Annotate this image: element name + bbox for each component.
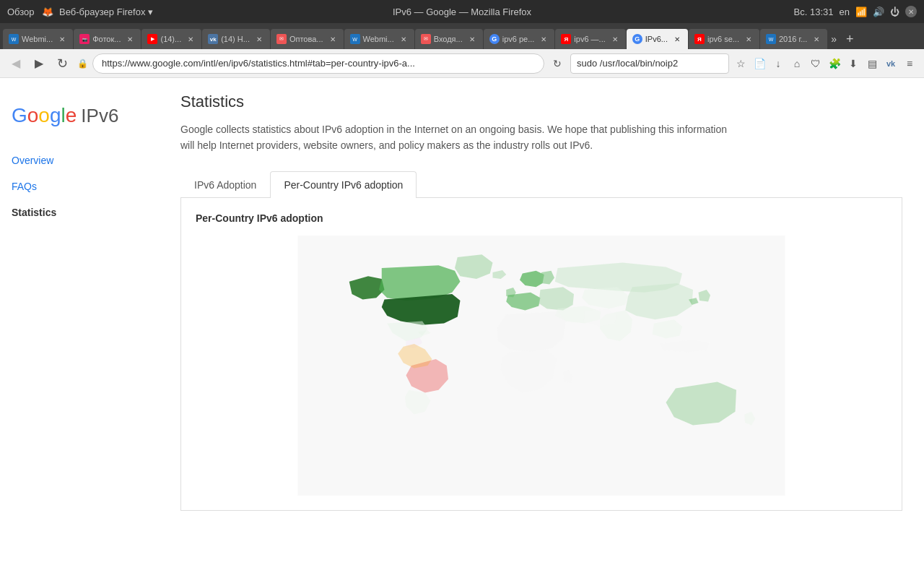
favicon-g1: G xyxy=(489,34,500,44)
tab-close-vk[interactable]: ✕ xyxy=(254,34,264,44)
tab-close-optova[interactable]: ✕ xyxy=(328,34,338,44)
tab-close-ipv6-active[interactable]: ✕ xyxy=(672,34,682,44)
tab-2016[interactable]: W 2016 г... ✕ xyxy=(760,29,827,49)
favicon-webmi1: W xyxy=(9,34,19,44)
main-content: Statistics Google collects statistics ab… xyxy=(159,78,924,578)
google-ipv6-logo: Google IPv6 xyxy=(12,92,147,133)
sidebar-button[interactable]: ▤ xyxy=(863,55,881,72)
nav-icon-group: ☆ 📄 ↓ ⌂ 🛡 🧩 ⬇ ▤ vk ≡ xyxy=(732,55,918,72)
page-container: Google IPv6 Overview FAQs Statistics Sta… xyxy=(0,78,924,578)
search-input[interactable] xyxy=(570,53,729,74)
datetime-label: Вс. 13:31 xyxy=(794,7,834,17)
tab-close-inbox[interactable]: ✕ xyxy=(467,34,477,44)
tab-close-yt[interactable]: ✕ xyxy=(186,34,196,44)
vk-button[interactable]: vk xyxy=(882,55,899,72)
extensions-button[interactable]: 🧩 xyxy=(826,55,843,72)
lock-icon: 🔒 xyxy=(75,56,90,71)
favicon-ya2: Я xyxy=(694,34,705,44)
page-title: Statistics xyxy=(180,92,902,111)
forward-button[interactable]: ▶ xyxy=(29,53,49,74)
tab-overflow-button[interactable]: » xyxy=(828,29,840,49)
tab-ipv6-adoption[interactable]: IPv6 Adoption xyxy=(180,171,270,198)
reload-url-button[interactable]: ↻ xyxy=(547,53,567,74)
title-bar: Обзор 🦊 Веб-браузер Firefox ▾ IPv6 — Goo… xyxy=(0,0,924,23)
tab-close-ipv6ya[interactable]: ✕ xyxy=(610,34,620,44)
favicon-wm3: W xyxy=(766,34,776,44)
favicon-mail2: ✉ xyxy=(421,34,431,44)
tab-ipv6se[interactable]: Я ipv6 se... ✕ xyxy=(689,29,759,49)
window-title: IPv6 — Google — Mozilla Firefox xyxy=(393,7,531,17)
power-icon: ⏻ xyxy=(890,7,899,17)
tab-close-2016[interactable]: ✕ xyxy=(811,34,821,44)
back-button[interactable]: ◀ xyxy=(6,53,26,74)
tab-close-ipv6re[interactable]: ✕ xyxy=(539,34,549,44)
tab-ipv6ya[interactable]: Я ipv6 —... ✕ xyxy=(555,29,625,49)
window-close-button[interactable]: ✕ xyxy=(905,6,917,17)
tab-webmi1[interactable]: W Webmi... ✕ xyxy=(3,29,73,49)
url-bar[interactable] xyxy=(92,53,544,74)
navigation-bar: ◀ ▶ ↻ 🔒 ↻ ☆ 📄 ↓ ⌂ 🛡 🧩 ⬇ ▤ vk ≡ xyxy=(0,49,924,78)
wifi-icon: 📶 xyxy=(855,7,867,17)
favicon-g2: G xyxy=(632,34,642,44)
tab-ipv6re[interactable]: G ipv6 ре... ✕ xyxy=(484,29,555,49)
content-panel: Per-Country IPv6 adoption xyxy=(180,198,902,511)
tab-vk[interactable]: vk (14) Н... ✕ xyxy=(202,29,270,49)
menu-button[interactable]: ≡ xyxy=(901,55,918,72)
os-label: Обзор 🦊 Веб-браузер Firefox ▾ xyxy=(7,7,153,17)
sidebar: Google IPv6 Overview FAQs Statistics xyxy=(0,78,159,578)
tab-bar: W Webmi... ✕ 📷 Фоток... ✕ ▶ (14)... ✕ vk… xyxy=(0,23,924,49)
page-description: Google collects statistics about IPv6 ad… xyxy=(180,121,744,154)
tab-close-fotok[interactable]: ✕ xyxy=(125,34,135,44)
reader-view-button[interactable]: 📄 xyxy=(751,55,768,72)
tab-webmi2[interactable]: W Webmi... ✕ xyxy=(344,29,414,49)
home-button[interactable]: ⌂ xyxy=(788,55,806,72)
favicon-webmi2: W xyxy=(350,34,360,44)
tab-optova[interactable]: ✉ Оптова... ✕ xyxy=(271,29,344,49)
favicon-mail1: ✉ xyxy=(276,34,287,44)
reload-button[interactable]: ↻ xyxy=(52,53,72,74)
favicon-vk: vk xyxy=(208,34,218,44)
sidebar-faqs-link[interactable]: FAQs xyxy=(12,181,147,192)
shield-button[interactable]: 🛡 xyxy=(807,55,824,72)
title-bar-controls: Вс. 13:31 en 📶 🔊 ⏻ ✕ xyxy=(794,6,917,17)
favicon-fotok: 📷 xyxy=(79,34,90,44)
world-map-svg xyxy=(196,236,887,496)
tab-per-country[interactable]: Per-Country IPv6 adoption xyxy=(270,171,417,198)
volume-icon: 🔊 xyxy=(873,7,884,17)
lang-selector[interactable]: en xyxy=(840,7,850,17)
tab-yt[interactable]: ▶ (14)... ✕ xyxy=(141,29,201,49)
sidebar-overview-link[interactable]: Overview xyxy=(12,155,147,166)
tab-fotok[interactable]: 📷 Фоток... ✕ xyxy=(74,29,141,49)
tab-close-webmi2[interactable]: ✕ xyxy=(398,34,409,44)
favicon-yt: ▶ xyxy=(147,34,157,44)
sidebar-statistics-active: Statistics xyxy=(12,207,147,218)
bookmark-star-button[interactable]: ☆ xyxy=(732,55,749,72)
world-map xyxy=(196,236,887,496)
download-button[interactable]: ↓ xyxy=(770,55,787,72)
panel-title: Per-Country IPv6 adoption xyxy=(196,212,887,224)
tab-inbox[interactable]: ✉ Входя... ✕ xyxy=(415,29,483,49)
tab-close-webmi1[interactable]: ✕ xyxy=(57,34,67,44)
tab-close-ipv6se[interactable]: ✕ xyxy=(744,34,754,44)
tab-ipv6-active[interactable]: G IPv6... ✕ xyxy=(627,29,688,49)
update-button[interactable]: ⬇ xyxy=(845,55,862,72)
new-tab-button[interactable]: + xyxy=(840,29,860,49)
content-tabs: IPv6 Adoption Per-Country IPv6 adoption xyxy=(180,171,902,198)
favicon-ya1: Я xyxy=(561,34,571,44)
